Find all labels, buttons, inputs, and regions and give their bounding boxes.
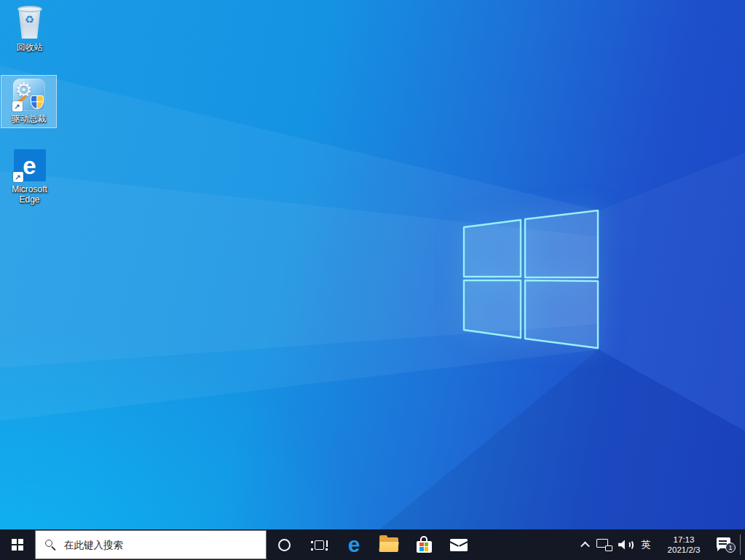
show-desktop-strip[interactable] <box>740 535 745 555</box>
date-label: 2021/2/3 <box>668 545 701 555</box>
search-icon <box>45 540 56 551</box>
edge-e-glyph: e <box>23 154 36 178</box>
recycle-symbol-icon: ♻ <box>15 13 44 26</box>
notification-badge: 1 <box>725 543 736 553</box>
shortcut-arrow-icon: ↗ <box>12 101 23 111</box>
network-button[interactable] <box>594 529 615 560</box>
windows-logo-wallpaper <box>462 210 600 350</box>
edge-taskbar-button[interactable]: e <box>336 529 371 560</box>
desktop-icon-recycle-bin[interactable]: ♻ 回收站 <box>1 3 58 52</box>
search-input[interactable] <box>64 540 266 551</box>
shortcut-arrow-icon: ↗ <box>13 172 23 182</box>
driver-zongcai-icon: ⚙ ↗ <box>13 79 45 111</box>
mail-button[interactable] <box>441 529 476 560</box>
desktop-icon-microsoft-edge[interactable]: e ↗ Microsoft Edge <box>1 146 58 205</box>
store-bag-icon <box>417 541 432 553</box>
clock[interactable]: 17:13 2021/2/3 <box>655 529 712 560</box>
task-view-button[interactable] <box>301 529 336 560</box>
edge-e-icon: e <box>348 534 360 556</box>
microsoft-store-button[interactable] <box>406 529 441 560</box>
icon-label: 回收站 <box>17 42 43 52</box>
language-indicator[interactable]: 英 <box>636 529 655 560</box>
recycle-bin-rim <box>17 6 42 12</box>
windows-desktop: ♻ 回收站 ⚙ ↗ 驱动总裁 e ↗ Microsoft Edge <box>0 0 745 560</box>
notification-bubble-icon: 1 <box>717 537 736 553</box>
action-center-button[interactable]: 1 <box>712 529 740 560</box>
language-label: 英 <box>642 538 651 551</box>
file-explorer-button[interactable] <box>371 529 406 560</box>
taskbar-search-box[interactable] <box>35 530 267 559</box>
uac-shield-icon <box>31 95 44 109</box>
volume-button[interactable] <box>615 529 636 560</box>
icon-label: Microsoft Edge <box>3 184 57 205</box>
envelope-icon <box>450 539 468 551</box>
start-button[interactable] <box>0 529 35 560</box>
speaker-icon <box>618 540 634 551</box>
recycle-bin-icon: ♻ <box>15 6 44 39</box>
cortana-button[interactable] <box>267 529 301 560</box>
system-tray: 英 17:13 2021/2/3 1 <box>575 529 745 560</box>
chevron-up-icon <box>580 541 590 551</box>
network-ethernet-icon <box>596 539 612 551</box>
icon-label: 驱动总裁 <box>12 114 47 124</box>
desktop-icon-driver-zongcai[interactable]: ⚙ ↗ 驱动总裁 <box>1 75 57 128</box>
windows-logo-icon <box>12 539 23 551</box>
hidden-icons-button[interactable] <box>575 529 594 560</box>
cortana-circle-icon <box>278 539 291 551</box>
edge-icon: e ↗ <box>14 149 46 181</box>
task-view-icon <box>311 539 328 551</box>
time-label: 17:13 <box>674 535 695 545</box>
taskbar: e <box>0 529 745 560</box>
folder-icon <box>379 537 398 552</box>
